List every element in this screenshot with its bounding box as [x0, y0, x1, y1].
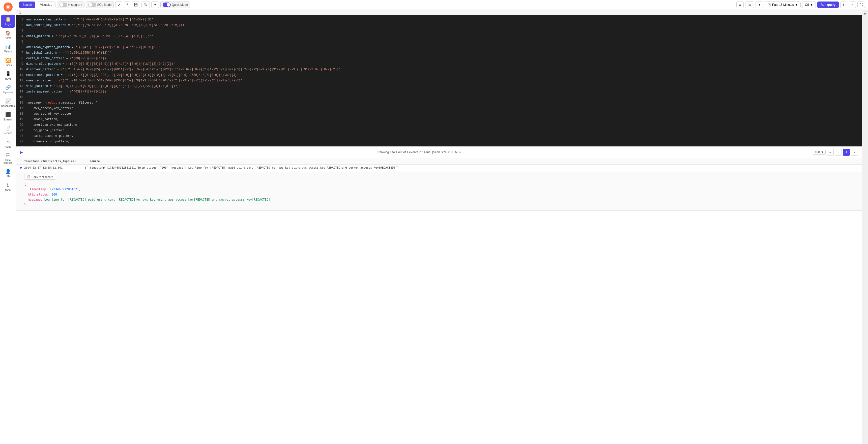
save-button[interactable]: 💾	[132, 1, 140, 8]
line-number-5: 5	[16, 40, 26, 44]
results-table: timestamp (America/Los_Angeles) source ▼…	[16, 158, 862, 444]
per-page-label: 100	[815, 150, 820, 154]
code-line-18: 18 aws_secret_key_pattern,	[16, 112, 862, 117]
json-key-http-status: http_status:	[28, 193, 50, 196]
copy-icon: 📋	[27, 175, 31, 178]
sidebar-item-data-sources[interactable]: 🗄 Data sources	[1, 151, 15, 166]
download-button[interactable]: ⬇	[840, 1, 847, 8]
code-line-5: 5	[16, 40, 862, 45]
code-line-15: 15	[16, 95, 862, 101]
fx-button[interactable]: fx	[745, 1, 754, 8]
refresh-icon-button[interactable]: ↺	[115, 1, 122, 8]
dropdown-button[interactable]: ▼	[151, 1, 159, 8]
code-line-22: 22 carte_blanche_pattern,	[16, 134, 862, 139]
sql-mode-toggle[interactable]: SQL Mode	[86, 1, 114, 8]
sidebar-item-rum-label: RUM	[5, 77, 11, 80]
line-number-19: 19	[16, 117, 26, 122]
next-page-button[interactable]: ›	[851, 149, 858, 156]
line-indicator: 1	[16, 10, 862, 15]
sidebar-item-dashboards[interactable]: 📈 Dashboards	[1, 96, 15, 109]
first-page-button[interactable]: «	[827, 149, 834, 156]
copy-label: Copy to clipboard	[32, 175, 53, 178]
traces-icon: 🔀	[5, 58, 11, 63]
share-button[interactable]: ↗	[849, 1, 856, 8]
current-page-button[interactable]: 1	[843, 149, 850, 156]
json-val-message: Log line for [REDACTED] paid using card …	[44, 198, 270, 201]
line-content-23: diners_club_pattern,	[26, 139, 862, 144]
search-button[interactable]: Search	[19, 1, 35, 8]
sidebar-item-alerts[interactable]: ⚠ Alerts	[1, 137, 15, 150]
app-logo[interactable]	[3, 2, 13, 12]
sidebar-item-traces[interactable]: 🔀 Traces	[1, 56, 15, 69]
sidebar-item-iam[interactable]: 👤 IAM	[1, 167, 15, 180]
refresh-label: Off	[805, 3, 809, 6]
histogram-toggle[interactable]: Histogram	[57, 1, 85, 8]
sidebar-item-streams-label: Streams	[3, 118, 12, 121]
run-query-button[interactable]: Run query	[817, 1, 839, 8]
visualize-button[interactable]: Visualize	[37, 1, 56, 8]
line-content-17: aws_access_key_pattern,	[26, 106, 862, 111]
source-header: source	[90, 160, 859, 163]
right-panel-icon-1[interactable]: ⚙	[863, 12, 868, 17]
quick-mode-switch[interactable]	[163, 2, 171, 7]
sidebar-item-alerts-label: Alerts	[5, 145, 11, 148]
home-icon: 🏠	[5, 30, 11, 36]
sql-mode-label: SQL Mode	[97, 3, 112, 6]
sidebar-item-home-label: Home	[4, 37, 11, 39]
results-bar: ▶ Showing 1 to 1 out of 1 events in 14 m…	[16, 146, 862, 158]
sidebar-item-rum[interactable]: 📱 RUM	[1, 69, 15, 82]
line-number-4: 4	[16, 34, 26, 39]
sidebar-item-pipelines[interactable]: 🔗 Pipelines	[1, 83, 15, 96]
line-number-2: 2	[16, 23, 26, 28]
row-expand-icon[interactable]: ▼	[19, 166, 24, 170]
expand-icon[interactable]: ▶	[20, 150, 23, 154]
copy-to-clipboard-button[interactable]: 📋 Copy to clipboard	[24, 174, 56, 180]
line-content-6: american_express_pattern = r'(3[47][0-9]…	[26, 45, 862, 50]
data-sources-icon: 🗄	[6, 153, 10, 158]
code-line-20: 20 american_express_pattern,	[16, 123, 862, 128]
sidebar-item-about[interactable]: ℹ About	[1, 180, 15, 194]
code-editor[interactable]: 1aws_access_key_pattern = r'(?:^|[^A-Z0-…	[16, 15, 862, 146]
alerts-icon: ⚠	[6, 139, 10, 145]
line-content-21: bc_global_pattern,	[26, 128, 862, 133]
table-row-main[interactable]: ▼ 2024-12-17 12:55:12.861 {"_timestamp":…	[16, 165, 862, 172]
fullscreen-button[interactable]: ⛶	[858, 1, 865, 8]
histogram-switch[interactable]	[59, 2, 67, 7]
row-source: {"_timestamp":1733468912861021,"http_sta…	[85, 166, 859, 169]
fx-dropdown-button[interactable]: ▼	[755, 1, 763, 8]
line-number-18: 18	[16, 112, 26, 116]
sidebar-item-streams[interactable]: ⬛ Streams	[1, 110, 15, 123]
line-number-9: 9	[16, 62, 26, 67]
line-content-10: discover_pattern = r'((?:64[4-9][0-9]|65…	[26, 67, 862, 72]
line-number-20: 20	[16, 123, 26, 128]
dashboards-icon: 📈	[5, 98, 11, 104]
about-icon: ℹ	[7, 182, 9, 188]
per-page-selector[interactable]: 100 ▼	[813, 150, 826, 155]
quick-mode-toggle[interactable]: Quick Mode	[160, 1, 190, 8]
per-page-chevron: ▼	[821, 150, 824, 154]
code-line-16: 16.message = redact!(.message, filters: …	[16, 101, 862, 106]
json-key-timestamp: _timestamp:	[28, 187, 48, 191]
search-icon-button[interactable]: 🔍	[142, 1, 150, 8]
code-line-19: 19 email_pattern,	[16, 117, 862, 123]
sql-mode-switch[interactable]	[88, 2, 96, 7]
line-content-1: aws_access_key_pattern = r'(?:^|[^A-Z0-9…	[26, 18, 862, 22]
settings-icon-button[interactable]: ⚙	[736, 1, 744, 8]
sidebar-item-metrics[interactable]: 📊 Metrics	[1, 42, 15, 55]
table-header: timestamp (America/Los_Angeles) source	[16, 158, 862, 165]
refresh-selector[interactable]: Off ▼	[802, 1, 816, 8]
sidebar-item-home[interactable]: 🏠 Home	[1, 28, 15, 41]
sidebar-item-iam-label: IAM	[6, 175, 10, 178]
time-range-chevron: ▼	[795, 3, 798, 6]
time-range-selector[interactable]: 🕐 Past 15 Minutes ▼	[765, 1, 801, 8]
json-val-timestamp: 1733468912861021	[50, 187, 79, 191]
line-content-14: insta_payment_pattern = r'(63[7-9][0-9]{…	[26, 90, 862, 94]
line-content-16: .message = redact!(.message, filters: [	[26, 101, 862, 105]
sidebar-item-reports[interactable]: 📄 Reports	[1, 124, 15, 137]
line-number-11: 11	[16, 73, 26, 78]
reports-icon: 📄	[5, 126, 11, 131]
sidebar-item-logs[interactable]: 📋 Logs	[1, 14, 15, 28]
help-button[interactable]: ?	[124, 1, 130, 8]
results-summary: Showing 1 to 1 out of 1 events in 14 ms.…	[377, 150, 461, 154]
prev-page-button[interactable]: ‹	[835, 149, 842, 156]
